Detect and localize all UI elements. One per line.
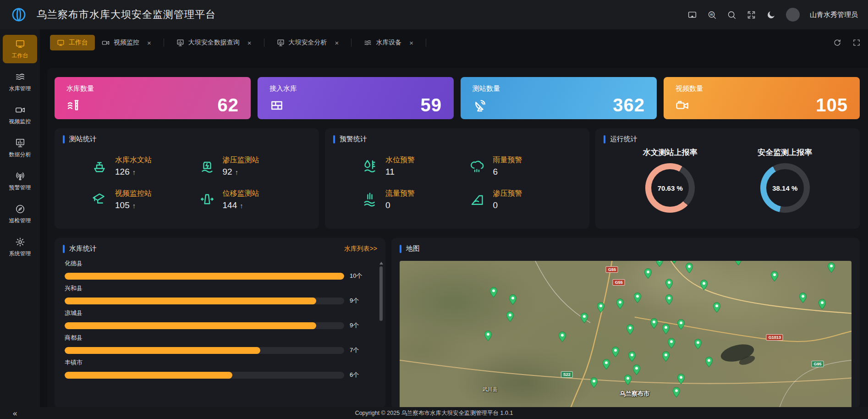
expand-icon[interactable]	[852, 39, 861, 47]
map-pin-27[interactable]	[827, 262, 835, 273]
station-item-3: 位移监测站 144↑	[199, 189, 307, 210]
map-pin-31[interactable]	[713, 302, 721, 313]
sidebar-collapse-button[interactable]: «	[13, 409, 17, 418]
bar-fill	[65, 322, 316, 329]
stat-item-label: 流量预警	[385, 189, 415, 198]
stat-card-2[interactable]: 测站数量 362	[461, 77, 657, 119]
map-pin-20[interactable]	[632, 364, 640, 375]
map-pin-37[interactable]	[590, 377, 598, 388]
displace-icon	[199, 192, 215, 208]
warning-item-3: 渗压预警 0	[469, 189, 577, 210]
map-pin-32[interactable]	[694, 339, 702, 349]
map-pin-14[interactable]	[650, 318, 658, 329]
map-pin-15[interactable]	[662, 324, 670, 334]
user-name[interactable]: 山青水秀管理员	[810, 11, 858, 19]
reservoir-list-link[interactable]: 水库列表>>	[344, 245, 377, 253]
map-pin-2[interactable]	[506, 311, 514, 322]
map-pin-11[interactable]	[700, 280, 708, 290]
map-pin-35[interactable]	[626, 324, 634, 335]
screencast-icon[interactable]	[687, 10, 697, 20]
map-pin-8[interactable]	[655, 261, 663, 267]
map-pin-17[interactable]	[667, 338, 675, 348]
board-icon	[15, 138, 25, 148]
map-pin-7[interactable]	[633, 292, 641, 303]
search-icon[interactable]	[727, 10, 736, 20]
fullscreen-icon[interactable]	[747, 10, 756, 20]
sidebar-item-5[interactable]: 巡检管理	[3, 200, 37, 228]
map-pin-12[interactable]	[665, 279, 673, 289]
scroll-thumb[interactable]	[379, 266, 383, 321]
map-canvas[interactable]: G55G55G1013G95S22乌兰察布市武川县	[400, 261, 852, 407]
panel-title: 预警统计	[340, 135, 367, 143]
map-pin-18[interactable]	[662, 351, 670, 362]
tab-1[interactable]: 视频监控 ×	[95, 35, 158, 50]
map-pin-21[interactable]	[624, 375, 632, 385]
tab-2[interactable]: 大坝安全数据查询 ×	[170, 35, 258, 50]
map-pin-25[interactable]	[612, 347, 620, 357]
map-pin-0[interactable]	[490, 287, 498, 298]
tab-close-icon[interactable]: ×	[147, 39, 151, 46]
tab-close-icon[interactable]: ×	[335, 39, 339, 46]
map-pin-16[interactable]	[677, 319, 685, 330]
map-pin-9[interactable]	[670, 261, 678, 264]
panel-scrollbar[interactable]	[379, 262, 383, 405]
page-title: 乌兰察布市水库大坝安全监测管理平台	[37, 8, 216, 22]
map-marker-pin-icon	[713, 302, 721, 313]
refresh-icon[interactable]	[833, 39, 841, 47]
ai-search-icon[interactable]: AI	[707, 10, 717, 20]
stat-card-0[interactable]: 水库数量 62	[55, 77, 251, 119]
bar-track	[65, 347, 344, 354]
stat-card-1[interactable]: 接入水库 59	[258, 77, 454, 119]
sidebar-item-4[interactable]: 预警管理	[3, 167, 37, 195]
map-pin-4[interactable]	[581, 313, 588, 323]
map-pin-34[interactable]	[644, 268, 652, 279]
reservoir-stats-panel: 水库统计 水库列表>> 化德县 10个 兴和县 9个 凉城县 9个	[55, 238, 385, 407]
map-pin-1[interactable]	[509, 294, 516, 305]
map-marker-pin-icon	[490, 287, 498, 298]
waves-icon	[364, 39, 372, 47]
tab-3[interactable]: 大坝安全分析 ×	[270, 35, 346, 50]
map-pin-3[interactable]	[484, 331, 492, 341]
warning-item-1: 雨量预警 6	[469, 155, 577, 177]
cctv-icon	[91, 192, 108, 208]
map-pin-30[interactable]	[771, 271, 779, 281]
map-pin-22[interactable]	[677, 374, 685, 384]
map-pin-33[interactable]	[705, 357, 713, 367]
map-pin-13[interactable]	[665, 294, 673, 305]
map-pin-24[interactable]	[602, 359, 610, 369]
bar-row-3: 商都县 7个	[65, 334, 365, 354]
tab-close-icon[interactable]: ×	[409, 39, 413, 46]
map-marker-pin-icon	[650, 318, 658, 329]
app-logo-icon	[11, 7, 27, 22]
map-pin-36[interactable]	[558, 331, 566, 342]
map-pin-29[interactable]	[799, 292, 807, 303]
map-pin-28[interactable]	[818, 299, 826, 309]
sidebar-item-2[interactable]: 视频监控	[3, 101, 37, 129]
user-avatar[interactable]	[786, 8, 800, 22]
stat-card-title: 接入水库	[269, 84, 442, 93]
map-pin-6[interactable]	[616, 298, 624, 309]
sidebar-item-3[interactable]: 数据分析	[3, 134, 37, 162]
map-marker-pin-icon	[626, 324, 634, 335]
scroll-up-arrow[interactable]	[379, 262, 383, 265]
tab-4[interactable]: 水库设备 ×	[357, 35, 420, 50]
map-pin-5[interactable]	[597, 302, 604, 313]
stat-card-3[interactable]: 视频数量 105	[664, 77, 860, 119]
tab-0[interactable]: 工作台	[50, 35, 95, 50]
map-pin-26[interactable]	[734, 261, 742, 265]
sidebar-item-1[interactable]: 水库管理	[3, 68, 37, 96]
sidebar-item-6[interactable]: 系统管理	[3, 233, 37, 261]
map-pin-23[interactable]	[673, 387, 681, 397]
sidebar-item-0[interactable]: 工作台	[3, 35, 37, 63]
bar-fill	[65, 372, 232, 379]
bar-category-label: 凉城县	[65, 309, 365, 317]
tab-close-icon[interactable]: ×	[247, 39, 252, 46]
sidebar: 工作台 水库管理 视频监控 数据分析 预警管理 巡检管理 系统管理	[0, 29, 40, 407]
map-pin-19[interactable]	[628, 351, 636, 362]
videocam-icon	[15, 105, 25, 115]
dark-mode-moon-icon[interactable]	[766, 10, 776, 20]
stat-item-value: 144↑	[223, 200, 259, 210]
accent-bar	[604, 135, 605, 143]
map-pin-10[interactable]	[686, 263, 693, 273]
panel-title: 地图	[406, 244, 420, 253]
